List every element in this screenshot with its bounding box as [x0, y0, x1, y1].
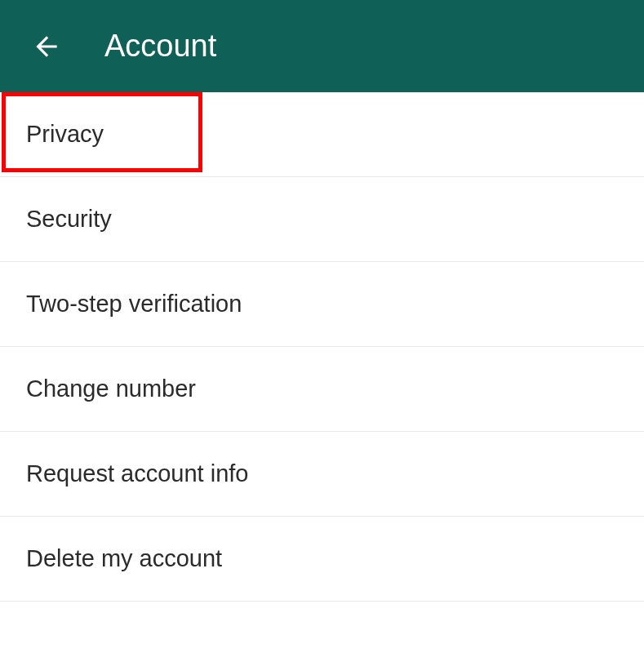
menu-item-two-step-verification[interactable]: Two-step verification [0, 262, 644, 347]
menu-item-privacy[interactable]: Privacy [0, 92, 644, 177]
menu-item-change-number[interactable]: Change number [0, 347, 644, 432]
back-button[interactable] [31, 31, 62, 62]
menu-item-request-account-info[interactable]: Request account info [0, 432, 644, 517]
menu-item-label: Privacy [26, 121, 104, 148]
menu-item-label: Request account info [26, 460, 248, 487]
menu-item-label: Delete my account [26, 545, 222, 572]
menu-item-delete-my-account[interactable]: Delete my account [0, 517, 644, 602]
back-arrow-icon [31, 31, 62, 62]
page-title: Account [104, 29, 216, 64]
account-menu-list: Privacy Security Two-step verification C… [0, 92, 644, 602]
menu-item-label: Change number [26, 375, 196, 402]
menu-item-security[interactable]: Security [0, 177, 644, 262]
header-bar: Account [0, 0, 644, 92]
menu-item-label: Two-step verification [26, 291, 242, 318]
menu-item-label: Security [26, 206, 112, 233]
